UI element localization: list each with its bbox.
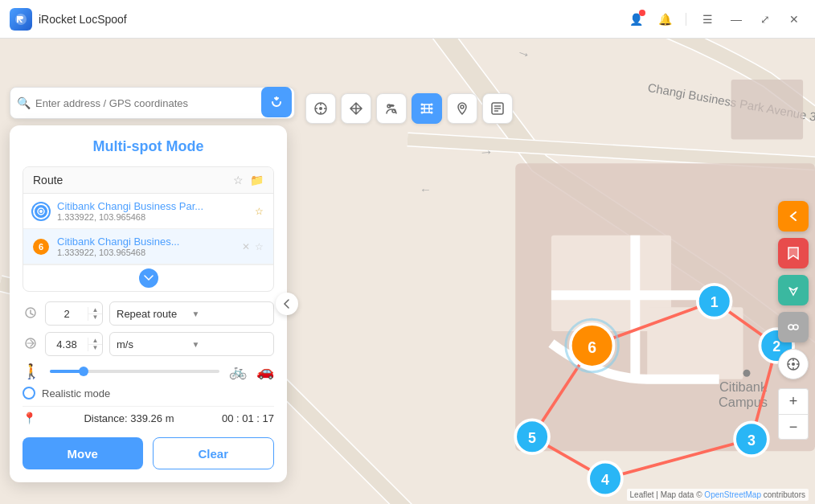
svg-text:Citibank: Citibank [719,379,768,394]
speed-slider-thumb [79,367,88,376]
app-logo [10,8,32,31]
bell-button[interactable]: 🔔 [653,8,676,31]
svg-point-38 [319,107,322,110]
action-buttons: Move Clear [23,437,274,469]
speed-unit-select[interactable]: m/s ▼ [109,332,274,356]
map-attribution: Leaflet | Map data © OpenStreetMap contr… [627,489,809,501]
distance-text: Distance: 339.26 m [84,412,174,424]
pan-button[interactable] [341,93,371,124]
route-folder-icon[interactable]: 📁 [250,174,264,186]
repeat-count-down[interactable]: ▼ [88,314,102,321]
speed-value: 4.38 [46,338,88,350]
svg-rect-7 [731,80,803,140]
realistic-mode-radio[interactable] [23,387,35,400]
realistic-mode-row: Realistic mode [23,387,274,400]
repeat-count-spinner[interactable]: 2 ▲ ▼ [45,301,103,326]
repeat-count-icon [23,306,39,322]
svg-text:←: ← [420,183,432,196]
compass-button[interactable] [305,93,336,124]
minimize-button[interactable]: — [725,8,747,31]
zoom-out-button[interactable]: − [778,414,809,440]
profile-button[interactable]: 👤 [625,8,647,31]
route-item-name-6: Citibank Changi Busines... [57,236,242,248]
route-header: Route ☆ 📁 [23,167,273,194]
titlebar: iRocket LocSpoof 👤 🔔 ☰ — ⤢ ✕ [0,0,815,39]
window-controls: 👤 🔔 ☰ — ⤢ ✕ [625,8,805,31]
speed-spinner[interactable]: 4.38 ▲ ▼ [45,332,103,356]
route-dot-6: 6 [33,239,49,255]
route-item[interactable]: Citibank Changi Business Par... 1.333922… [23,194,273,229]
svg-point-48 [431,112,433,114]
svg-text:3: 3 [747,432,756,449]
route-item-name-1: Citibank Changi Business Par... [57,200,255,212]
separator [686,13,686,26]
repeat-mode-select[interactable]: Repeat route ▼ [109,301,274,326]
svg-text:1: 1 [711,294,719,310]
pin-button[interactable] [447,93,477,124]
repeat-count-value: 2 [46,308,88,320]
route-button[interactable] [376,93,407,124]
expand-section [23,264,273,291]
realistic-mode-label: Realistic mode [42,387,110,400]
close-button[interactable]: ✕ [783,8,805,31]
search-input[interactable] [35,97,288,109]
svg-point-13 [743,370,751,377]
speed-down[interactable]: ▼ [88,345,102,351]
route-item-star-1[interactable]: ☆ [255,206,264,217]
refresh-button[interactable] [261,87,292,117]
svg-point-43 [421,104,424,106]
svg-point-46 [431,104,433,106]
svg-point-58 [792,363,795,366]
zoom-in-button[interactable]: + [778,388,809,414]
menu-button[interactable]: ☰ [696,8,719,31]
history-button[interactable] [482,93,513,124]
route-item-coords-6: 1.333922, 103.965468 [57,248,242,257]
svg-text:6: 6 [588,338,596,356]
route-header-title: Route [33,174,233,186]
speed-icon [23,337,39,352]
speed-slider[interactable] [50,370,219,373]
maximize-button[interactable]: ⤢ [754,8,776,31]
osm-link[interactable]: OpenStreetMap [704,490,761,499]
speed-unit-value: m/s [117,338,192,350]
multispot-button[interactable] [412,93,442,124]
route-item-active[interactable]: 6 Citibank Changi Busines... 1.333922, 1… [23,229,273,264]
search-bar[interactable]: 🔍 [10,87,295,119]
share-button[interactable] [778,275,809,305]
route-dot-1 [33,203,49,219]
clear-button[interactable]: Clear [153,437,275,469]
svg-text:4: 4 [601,472,609,488]
collapse-button[interactable] [276,293,298,315]
bookmark-button[interactable] [778,238,809,268]
expand-button[interactable] [139,268,158,288]
svg-point-45 [421,112,424,114]
distance-icon: 📍 [23,412,36,424]
time-text: 00 : 01 : 17 [222,412,274,424]
link-button[interactable] [778,312,809,342]
svg-point-44 [421,108,424,110]
svg-text:5: 5 [528,430,536,446]
map-tools [305,93,513,124]
move-button[interactable]: Move [23,437,143,469]
panel-title: Multi-spot Mode [23,138,274,155]
svg-point-49 [461,105,464,109]
repeat-count-row: 2 ▲ ▼ Repeat route ▼ [23,301,274,326]
speed-unit-arrow: ▼ [192,340,268,349]
speed-row: 4.38 ▲ ▼ m/s ▼ [23,332,274,356]
transport-row: 🚶 🚲 🚗 [23,363,274,380]
route-item-star-6[interactable]: ☆ [255,241,264,252]
svg-point-64 [39,210,43,213]
svg-rect-6 [647,307,743,379]
repeat-mode-arrow: ▼ [192,309,268,318]
route-item-delete-6[interactable]: ✕ [242,241,250,252]
walk-icon[interactable]: 🚶 [23,363,40,380]
car-icon[interactable]: 🚗 [256,363,274,380]
back-button[interactable] [778,201,809,232]
route-item-coords-1: 1.333922, 103.965468 [57,212,255,222]
svg-text:→: → [478,143,494,160]
map-area[interactable]: Changi Business Changi Business Park Ave… [0,39,815,504]
bike-icon[interactable]: 🚲 [229,363,247,380]
location-button[interactable] [778,349,809,379]
side-panel: Multi-spot Mode Route ☆ 📁 Citibank Chang… [10,125,287,482]
route-star-icon[interactable]: ☆ [233,174,244,186]
